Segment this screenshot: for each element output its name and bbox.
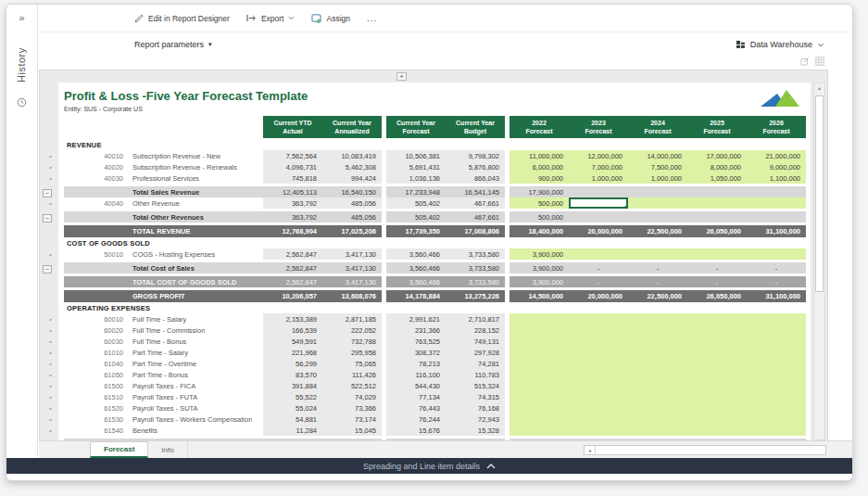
grid-cell[interactable]	[509, 425, 569, 436]
grid-cell[interactable]: 55,024	[263, 402, 322, 413]
grid-cell[interactable]: 3,900,000	[509, 262, 569, 273]
grid-cell[interactable]: 17,000,000	[687, 150, 747, 161]
grid-cell[interactable]: 78,213	[386, 358, 446, 369]
grid-cell[interactable]: -	[569, 276, 628, 287]
grid-cell[interactable]: 15,328	[446, 425, 505, 436]
grid-cell[interactable]	[747, 391, 806, 402]
grid-cell[interactable]: 17,233,948	[386, 186, 446, 197]
grid-cell[interactable]: 363,792	[263, 197, 322, 209]
grid-cell[interactable]	[687, 186, 747, 197]
grid-cell[interactable]: 1,000,000	[569, 172, 628, 184]
grid-cell[interactable]	[747, 402, 806, 413]
grid-cell[interactable]: 297,928	[446, 347, 505, 358]
grid-cell[interactable]: 31,100,000	[747, 225, 806, 237]
grid-cell[interactable]	[687, 358, 747, 369]
column-header[interactable]: 2022Forecast	[509, 116, 569, 138]
grid-cell[interactable]	[687, 313, 747, 324]
column-header[interactable]: 2023Forecast	[569, 116, 628, 138]
grid-cell[interactable]: 74,315	[446, 391, 505, 402]
grid-cell[interactable]: 4,096,731	[263, 161, 322, 172]
grid-cell[interactable]: 2,562,847	[263, 262, 322, 273]
grid-cell[interactable]: 467,661	[446, 197, 505, 209]
grid-cell[interactable]: 3,417,130	[322, 248, 382, 260]
grid-cell[interactable]: 73,366	[322, 402, 382, 413]
grid-cell[interactable]	[628, 402, 687, 413]
grid-cell[interactable]: 763,525	[386, 336, 446, 347]
grid-cell[interactable]: 5,691,431	[386, 161, 446, 172]
grid-cell[interactable]	[509, 369, 569, 380]
grid-cell[interactable]	[569, 211, 628, 223]
grid-cell[interactable]: 221,968	[263, 347, 322, 358]
grid-cell[interactable]: 7,562,564	[263, 150, 322, 161]
grid-cell[interactable]: 11,000,000	[509, 150, 569, 161]
grid-cell[interactable]: 1,036,136	[386, 172, 446, 184]
grid-cell[interactable]: 749,131	[446, 336, 505, 347]
grid-cell[interactable]: 732,788	[322, 336, 382, 347]
assign-button[interactable]: Assign	[311, 14, 350, 23]
grid-cell[interactable]: 14,500,000	[509, 290, 569, 302]
grid-cell[interactable]: 8,000,000	[687, 161, 747, 172]
grid-cell[interactable]	[747, 197, 806, 209]
grid-cell[interactable]: 77,134	[386, 391, 446, 402]
more-actions-button[interactable]: ...	[367, 13, 377, 23]
grid-cell[interactable]: 1,000,000	[628, 172, 687, 184]
grid-cell[interactable]: 228,152	[446, 324, 505, 336]
report-parameters-dropdown[interactable]: Report parameters ▾	[134, 40, 212, 49]
grid-cell[interactable]: 31,100,000	[747, 290, 806, 302]
scroll-left-icon[interactable]: ◄	[585, 446, 596, 454]
grid-cell[interactable]: 11,284	[263, 425, 322, 436]
grid-cell[interactable]	[628, 186, 687, 197]
grid-cell[interactable]: 3,900,000	[509, 248, 569, 260]
grid-cell[interactable]: 231,366	[386, 324, 446, 336]
grid-cell[interactable]: 500,000	[509, 197, 569, 209]
grid-cell[interactable]	[628, 324, 687, 336]
grid-cell[interactable]: 15,676	[386, 425, 446, 436]
grid-cell[interactable]	[569, 369, 628, 380]
grid-cell[interactable]: 3,733,580	[446, 276, 505, 287]
grid-cell[interactable]: 18,400,000	[509, 225, 569, 237]
grid-cell[interactable]: 994,424	[322, 172, 382, 184]
grid-cell[interactable]: 500,000	[509, 211, 569, 223]
edit-cell-icon[interactable]	[800, 57, 810, 66]
grid-cell[interactable]: 9,798,302	[446, 150, 505, 161]
grid-cell[interactable]: 866,043	[446, 172, 505, 184]
grid-cell[interactable]	[569, 313, 628, 324]
grid-cell[interactable]: 22,500,000	[628, 290, 687, 302]
grid-cell[interactable]	[747, 380, 806, 391]
grid-cell[interactable]: 10,206,057	[263, 290, 322, 302]
grid-cell[interactable]: 72,943	[446, 413, 505, 425]
grid-cell[interactable]: 9,000,000	[747, 161, 806, 172]
grid-cell[interactable]	[509, 358, 569, 369]
collapse-button[interactable]: −	[43, 214, 52, 223]
grid-cell[interactable]	[628, 391, 687, 402]
grid-cell[interactable]: 308,372	[386, 347, 446, 358]
grid-cell[interactable]	[628, 413, 687, 425]
grid-cell[interactable]: 13,608,076	[322, 290, 382, 302]
grid-cell[interactable]: 12,000,000	[569, 150, 628, 161]
grid-cell[interactable]: 76,244	[386, 413, 446, 425]
grid-cell[interactable]	[747, 369, 806, 380]
grid-cell[interactable]: 83,570	[263, 369, 322, 380]
grid-cell[interactable]: 3,560,466	[386, 262, 446, 273]
grid-cell[interactable]: 2,991,621	[386, 313, 446, 324]
history-tab[interactable]: History	[16, 36, 29, 94]
grid-cell[interactable]	[628, 211, 687, 223]
grid-cell[interactable]: 26,050,000	[687, 290, 747, 302]
column-header[interactable]: Current YearBudget	[446, 116, 505, 138]
grid-cell[interactable]: 7,000,000	[569, 161, 628, 172]
grid-cell[interactable]: 22,500,000	[628, 225, 687, 237]
grid-cell[interactable]	[509, 313, 569, 324]
grid-cell[interactable]: 3,733,580	[446, 262, 505, 273]
grid-cell[interactable]	[628, 336, 687, 347]
grid-cell[interactable]: 391,884	[263, 380, 322, 391]
grid-cell[interactable]: 3,417,130	[322, 262, 382, 273]
grid-cell[interactable]: 76,168	[446, 402, 505, 413]
grid-cell[interactable]: 485,056	[322, 197, 382, 209]
grid-view-icon[interactable]	[815, 57, 824, 66]
grid-cell[interactable]: 2,153,389	[263, 313, 322, 324]
grid-cell[interactable]	[569, 358, 628, 369]
grid-cell[interactable]: 745,818	[263, 172, 322, 184]
grid-cell[interactable]	[628, 425, 687, 436]
grid-cell[interactable]: 111,426	[322, 369, 382, 380]
grid-cell[interactable]	[747, 186, 806, 197]
